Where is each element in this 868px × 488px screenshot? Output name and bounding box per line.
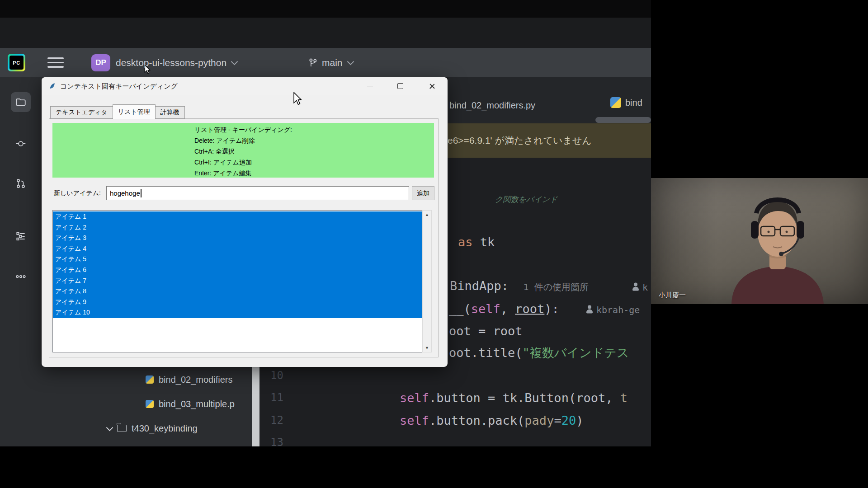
code-line: kbrah-ge	[586, 302, 640, 316]
branch-selector[interactable]: main	[308, 48, 353, 77]
new-item-input[interactable]: hogehoge	[106, 186, 409, 200]
list-item[interactable]: アイテム 1	[53, 211, 422, 222]
tree-item-label: t430_keybinding	[132, 423, 198, 434]
info-line: Delete: アイテム削除	[194, 135, 292, 146]
chevron-down-icon	[231, 58, 238, 65]
scroll-up-icon[interactable]: ▲	[423, 212, 431, 217]
line-number: 12	[260, 414, 283, 427]
minimize-button[interactable]	[359, 77, 380, 95]
participant-name: 小川慶一	[659, 291, 686, 300]
more-icon	[15, 271, 27, 282]
sidebar-item-pull-requests[interactable]	[11, 174, 31, 193]
warning-text: e6>=6.9.1' が満たされていません	[448, 134, 592, 147]
mouse-cursor-small	[144, 65, 151, 74]
keybinding-info-label: リスト管理 - キーバインディング:Delete: アイテム削除Ctrl+A: …	[52, 123, 434, 178]
mouse-cursor	[292, 92, 303, 105]
tree-item[interactable]: t430_keybinding	[107, 421, 198, 436]
git-branch-icon	[308, 57, 318, 68]
ide-toolbar: PC DP desktop-ui-lessons-python main	[0, 48, 651, 77]
tk-tab[interactable]: テキストエディタ	[50, 106, 113, 119]
webcam-video: 小川慶一	[651, 178, 868, 304]
sidebar-item-more[interactable]	[11, 267, 31, 286]
screen: PC DP desktop-ui-lessons-python main	[0, 0, 868, 488]
code-line: self.button.pack(pady=20)	[400, 413, 583, 427]
commit-icon	[15, 138, 27, 150]
info-line: Ctrl+A: 全選択	[194, 146, 292, 157]
main-menu-icon[interactable]	[47, 57, 64, 68]
list-item[interactable]: アイテム 10	[53, 307, 422, 318]
line-number: 10	[260, 369, 283, 382]
add-button[interactable]: 追加	[412, 186, 434, 200]
tk-titlebar[interactable]: コンテキスト固有キーバインディング	[42, 77, 448, 95]
pull-request-icon	[15, 178, 27, 189]
line-number: 13	[260, 436, 283, 446]
info-line: Enter: アイテム編集	[194, 168, 292, 178]
item-listbox[interactable]: アイテム 1アイテム 2アイテム 3アイテム 4アイテム 5アイテム 6アイテム…	[52, 210, 422, 352]
code-line: oot.title("複数バインドテス	[449, 345, 629, 361]
folder-icon	[117, 425, 127, 432]
tk-tab[interactable]: リスト管理	[113, 104, 156, 119]
project-selector[interactable]: desktop-ui-lessons-python	[116, 57, 226, 68]
list-item[interactable]: アイテム 6	[53, 265, 422, 276]
tk-window-title: コンテキスト固有キーバインディング	[60, 77, 178, 95]
list-item[interactable]: アイテム 2	[53, 222, 422, 233]
line-number: 11	[260, 391, 283, 404]
list-item[interactable]: アイテム 7	[53, 276, 422, 286]
pycharm-logo-text: PC	[13, 60, 20, 66]
keybinding-info-text: リスト管理 - キーバインディング:Delete: アイテム削除Ctrl+A: …	[194, 123, 292, 178]
code-line: k	[632, 279, 648, 293]
code-line: BindApp: 1 件の使用箇所	[450, 279, 589, 293]
code-line: __(self, root):	[449, 302, 559, 316]
python-feather-icon	[49, 83, 56, 89]
tk-window: コンテキスト固有キーバインディング テキストエディタリスト管理計算機 リスト管理…	[42, 77, 448, 367]
tab-bind-02-modifiers[interactable]: bind_02_modifiers.py	[449, 100, 535, 111]
info-line: リスト管理 - キーバインディング:	[194, 124, 292, 135]
window-top-band	[0, 18, 651, 48]
tab-label: bind	[625, 98, 642, 108]
list-item[interactable]: アイテム 9	[53, 297, 422, 308]
structure-icon	[15, 230, 27, 242]
close-button[interactable]	[421, 77, 442, 95]
person-icon	[586, 305, 593, 314]
text-caret	[141, 189, 142, 197]
list-item[interactable]: アイテム 3	[53, 233, 422, 244]
project-scrollbar[interactable]	[252, 361, 259, 446]
maximize-button[interactable]	[390, 77, 410, 95]
info-line: Ctrl+I: アイテム追加	[194, 157, 292, 168]
list-scrollbar[interactable]: ▲ ▼	[422, 210, 432, 352]
input-value: hogehoge	[110, 189, 140, 197]
sidebar-item-structure[interactable]	[11, 226, 31, 246]
code-line: self.button = tk.Button(root, t	[400, 391, 627, 405]
chevron-down-icon[interactable]	[106, 424, 113, 431]
list-item[interactable]: アイテム 5	[53, 254, 422, 265]
tab-label: bind_02_modifiers.py	[449, 100, 535, 110]
list-item[interactable]: アイテム 8	[53, 286, 422, 297]
close-icon	[429, 83, 435, 89]
sidebar-item-project[interactable]	[11, 92, 31, 112]
scroll-down-icon[interactable]: ▼	[423, 346, 431, 350]
sidebar-item-commit[interactable]	[11, 134, 31, 154]
python-file-icon	[610, 97, 621, 108]
tab-bind-03[interactable]: bind	[610, 97, 642, 108]
project-badge: DP	[91, 54, 110, 71]
folder-icon	[15, 96, 27, 108]
tree-item-label: bind_02_modifiers	[159, 375, 232, 385]
chevron-down-icon	[347, 58, 354, 65]
python-icon	[146, 375, 154, 384]
tree-item[interactable]: bind_02_modifiers	[146, 372, 232, 387]
tk-notebook-tabs: テキストエディタリスト管理計算機	[50, 105, 184, 119]
python-icon	[146, 400, 154, 408]
editor-tab-bar: bind_02_modifiers.py bind	[448, 77, 651, 123]
person-icon	[632, 283, 639, 291]
tab-scrollbar-thumb[interactable]	[595, 117, 651, 123]
code-line: ク関数をバインド	[495, 191, 557, 205]
branch-name: main	[322, 57, 343, 68]
minimize-icon	[367, 86, 373, 87]
pycharm-logo: PC	[8, 54, 25, 71]
tree-item[interactable]: bind_03_multiple.p	[146, 396, 235, 412]
list-item[interactable]: アイテム 4	[53, 244, 422, 254]
code-line: as tk	[458, 235, 495, 249]
tool-window-stripe	[0, 77, 42, 446]
maximize-icon	[397, 83, 403, 89]
tk-tab[interactable]: 計算機	[155, 106, 185, 119]
